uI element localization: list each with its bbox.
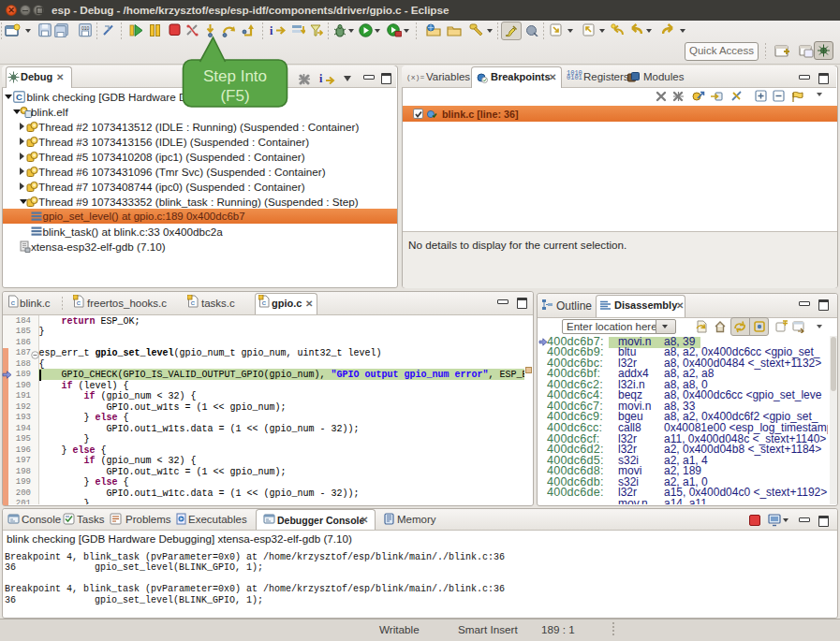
svg-text:C: C [16, 92, 22, 102]
svg-text:Step Into: Step Into [203, 67, 267, 85]
svg-text:010: 010 [81, 25, 90, 31]
svg-text:c: c [11, 299, 16, 307]
svg-text:(F5): (F5) [220, 87, 249, 105]
